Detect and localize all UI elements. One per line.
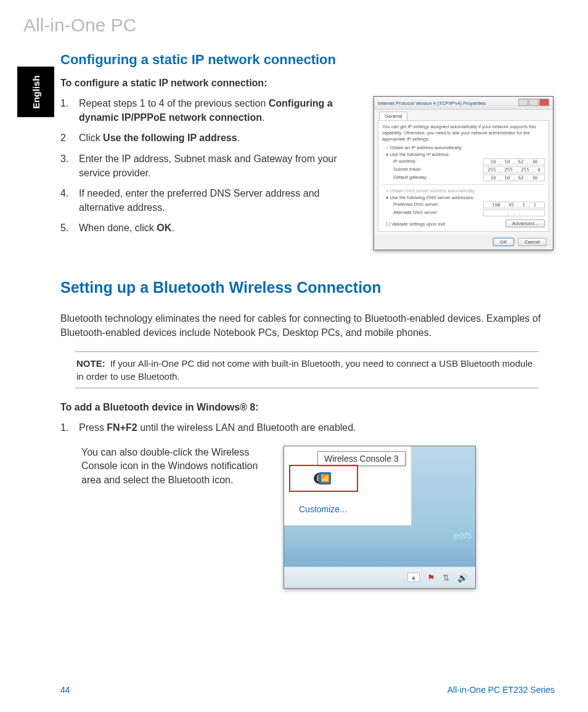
product-line-header: All-in-One PC [23,15,136,36]
dialog-title-text: Internet Protocol Version 4 (TCP/IPv4) P… [378,100,486,106]
cancel-button: Cancel [518,238,547,246]
window-buttons [518,99,549,107]
static-ip-steps: 1.Repeat steps 1 to 4 of the previous se… [60,96,366,235]
wireless-console-screenshot: Wireless Console 3 📶 B Customize... e9f5… [284,446,476,589]
alt-dns-value: . . . [483,210,545,216]
ip-address-value: 10 . 10 . 62 . 30 [483,158,545,165]
radio-use-following-ip: Use the following IP address: [386,152,545,157]
dialog-description: You can get IP settings assigned automat… [382,124,545,142]
console-hint-text: You can also double-click the Wireless C… [60,446,272,487]
desktop-text-fragment: e9f5 [454,530,472,541]
bluetooth-intro: Bluetooth technology eliminates the need… [60,311,553,340]
system-tray: ▲ ⚑ ⇅ 🔊 [284,567,475,588]
wifi-icon: 📶 [319,472,331,485]
step-item: 5.When done, click OK. [60,221,366,235]
tooltip-wireless-console: Wireless Console 3 [317,451,406,466]
pref-dns-label: Preferred DNS server: [393,202,439,208]
pref-dns-value: 198 . 95 . 1 . 1 [483,202,545,208]
gateway-label: Default gateway: [393,174,428,181]
highlight-box: 📶 B [289,465,358,492]
step-item: 3.Enter the IP address, Subnet mask and … [60,152,366,180]
note-label: NOTE: [76,358,105,369]
static-ip-heading: Configuring a static IP network connecti… [60,52,553,68]
static-ip-intro: To configure a static IP network connect… [60,78,553,89]
dialog-tabs: General [374,110,553,120]
radio-obtain-dns-auto: Obtain DNS server address automatically [386,188,545,194]
bluetooth-heading: Setting up a Bluetooth Wireless Connecti… [60,279,553,297]
bt-add-heading: To add a Bluetooth device in Windows® 8: [60,402,553,413]
gateway-value: 10 . 10 . 62 . 30 [483,174,545,181]
tray-overflow-icon: ▲ [407,573,420,582]
subnet-mask-value: 255 . 255 . 255 . 0 [483,166,545,173]
tray-flag-icon: ⚑ [427,573,435,583]
radio-obtain-ip-auto: Obtain an IP address automatically [386,145,545,150]
note-text: If your All-in-One PC did not come with … [76,358,533,382]
series-label: All-in-One PC ET232 Series [447,685,555,695]
note-box: NOTE:If your All-in-One PC did not come … [75,351,539,388]
ip-address-label: IP address: [393,158,417,165]
radio-use-following-dns: Use the following DNS server addresses: [386,195,545,200]
validate-checkbox: Validate settings upon exit [386,221,445,227]
tab-general: General [379,112,407,120]
subnet-mask-label: Subnet mask: [393,166,422,173]
ipv4-dialog-screenshot: Internet Protocol Version 4 (TCP/IPv4) P… [374,96,553,250]
ok-button: OK [493,238,514,246]
language-tab-label: English [30,75,41,108]
step-item: 4.If needed, enter the preferred DNS Ser… [60,186,366,215]
bt-step1-text: Press FN+F2 until the wireless LAN and B… [79,420,553,435]
bt-steps: 1. Press FN+F2 until the wireless LAN an… [60,420,553,435]
dialog-footer: OK Cancel [374,235,553,250]
alt-dns-label: Alternate DNS server: [393,210,438,216]
page-number: 44 [60,685,70,695]
step-item: 1.Repeat steps 1 to 4 of the previous se… [60,96,366,125]
customize-link: Customize... [299,504,347,514]
dialog-title-bar: Internet Protocol Version 4 (TCP/IPv4) P… [374,97,553,110]
tray-network-icon: ⇅ [443,573,450,583]
tray-volume-icon: 🔊 [457,573,468,583]
bt-step1-num: 1. [60,420,79,435]
language-tab: English [17,67,54,117]
step-item: 2Click Use the following IP address. [60,131,366,145]
advanced-button: Advanced... [505,219,545,227]
